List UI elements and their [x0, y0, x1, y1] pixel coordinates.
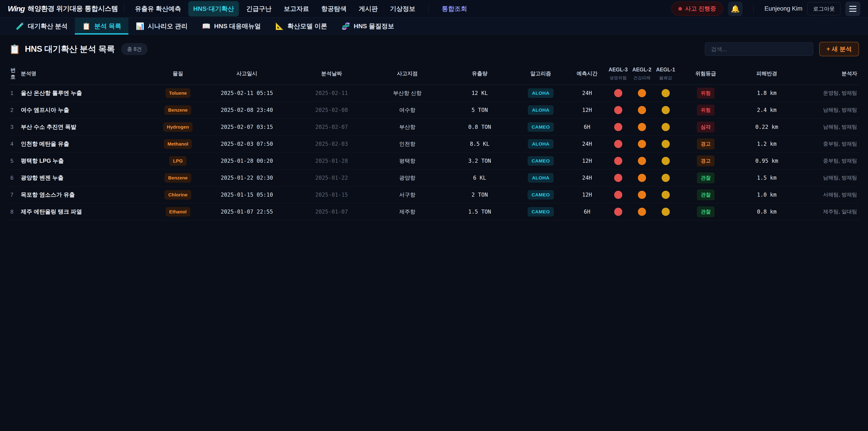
table-header-row: 번호분석명물질사고일시분석날짜사고지점유출량알고리즘예측시간AEGL-3생명위협… [9, 64, 859, 85]
column-header-label-analysis_date: 분석날짜 [321, 70, 342, 76]
risk-grade-badge: 관찰 [697, 173, 715, 183]
algorithm-badge: CAMEO [528, 156, 554, 166]
column-header-label-amount: 유출량 [472, 70, 488, 76]
aegl2-dot [638, 157, 646, 165]
cell-aegl3 [606, 106, 630, 114]
column-header-label-radius: 피해반경 [756, 70, 777, 76]
cell-analyst: 중부팀, 방재팀 [800, 157, 859, 164]
cell-substance: Chlorine [156, 190, 199, 199]
cell-incident-location: 평택항 [369, 157, 446, 164]
cell-aegl2 [630, 106, 654, 114]
cell-analysis-name: 목포항 염소스가 유출 [21, 191, 156, 198]
new-analysis-button[interactable]: + 새 분석 [819, 42, 859, 56]
tab-analysis-list[interactable]: 📋분석 목록 [75, 18, 128, 35]
app-title: 해양환경 위기대응 통합시스템 [28, 4, 118, 13]
column-header-aegl2: AEGL-2건강피해 [630, 66, 654, 81]
column-header-amount: 유출량 [446, 70, 514, 77]
substance-badge: Ethanol [166, 207, 190, 217]
column-header-label-name: 분석명 [21, 70, 36, 76]
tab-scenario-management[interactable]: 📊시나리오 관리 [128, 18, 195, 35]
column-header-location: 사고지점 [369, 70, 446, 77]
cell-damage-radius: 0.22 km [734, 124, 800, 130]
search-input[interactable] [705, 42, 813, 56]
aegl3-dot [614, 140, 622, 148]
table-row[interactable]: 3부산 수소 추진연 폭발Hydrogen2025-02-07 03:15202… [9, 119, 859, 135]
nav-item-weather-info[interactable]: 기상정보 [385, 1, 420, 17]
cell-substance: Benzene [156, 105, 199, 115]
cell-incident-datetime: 2025-02-03 07:50 [199, 141, 294, 147]
tab-hns-response-manual[interactable]: 📖HNS 대응매뉴얼 [195, 18, 268, 35]
algorithm-badge: ALOHA [528, 173, 553, 183]
cell-analysis-name: 제주 에탄올링 탱크 파열 [21, 208, 156, 215]
column-header-label-datetime: 사고일시 [237, 70, 257, 76]
cell-algorithm: ALOHA [514, 173, 568, 183]
tab-hns-substance-info[interactable]: 🧬HNS 물질정보 [334, 18, 401, 35]
nav-item-oil-spill-forecast[interactable]: 유출유 확산예측 [130, 1, 186, 17]
nav-item-integrated-search[interactable]: 통합조회 [437, 1, 472, 17]
cell-damage-radius: 1.5 km [734, 175, 800, 181]
cell-incident-location: 부산항 [369, 123, 446, 131]
cell-analysis-name: 광양항 벤젠 누출 [21, 174, 156, 182]
tab-label-analysis-list: 분석 목록 [94, 22, 121, 31]
cell-forecast-time: 12H [568, 107, 606, 113]
aegl1-dot [662, 106, 670, 114]
aegl1-dot [662, 174, 670, 182]
cell-algorithm: ALOHA [514, 139, 568, 149]
algorithm-badge: ALOHA [528, 139, 553, 149]
cell-aegl3 [606, 208, 630, 216]
cell-forecast-time: 12H [568, 192, 606, 198]
nav-item-hns-atmospheric-diffusion[interactable]: HNS·대기확산 [188, 1, 239, 17]
nav-item-emergency-rescue[interactable]: 긴급구난 [241, 1, 276, 17]
nav-item-aerial-search[interactable]: 항공탐색 [316, 1, 351, 17]
substance-badge: Benzene [164, 173, 191, 183]
logout-button[interactable]: 로그아웃 [807, 2, 840, 16]
cell-incident-datetime: 2025-01-07 22:55 [199, 209, 294, 215]
table-body: 1울산 온산항 톨루엔 누출Toluene2025-02-11 05:15202… [9, 85, 859, 220]
column-header-label-aegl1: AEGL-1 [656, 67, 675, 72]
aegl2-dot [638, 208, 646, 216]
aegl2-dot [638, 106, 646, 114]
hamburger-menu-button[interactable] [845, 2, 860, 16]
risk-grade-badge: 경고 [697, 138, 715, 149]
table-row[interactable]: 6광양항 벤젠 누출Benzene2025-01-22 02:302025-01… [9, 170, 859, 186]
column-header-label-grade: 위험등급 [695, 70, 716, 76]
test-tube-icon: 🧪 [16, 22, 24, 30]
table-row[interactable]: 1울산 온산항 톨루엔 누출Toluene2025-02-11 05:15202… [9, 85, 859, 102]
table-row[interactable]: 8제주 에탄올링 탱크 파열Ethanol2025-01-07 22:55202… [9, 204, 859, 220]
sub-tabbar: 🧪대기확산 분석📋분석 목록📊시나리오 관리📖HNS 대응매뉴얼📐확산모델 이론… [0, 18, 868, 35]
cell-analysis-date: 2025-02-11 [294, 90, 369, 96]
nav-item-board[interactable]: 게시판 [354, 1, 383, 17]
table-row[interactable]: 2여수 엠프시아 누출Benzene2025-02-08 23:402025-0… [9, 102, 859, 119]
cell-analyst: 남해팀, 방재팀 [800, 123, 859, 130]
algorithm-badge: CAMEO [528, 122, 554, 132]
title-row: 📋 HNS 대기확산 분석 목록 총 8건 + 새 분석 [9, 41, 859, 57]
nav-item-reports[interactable]: 보고자료 [279, 1, 314, 17]
cell-spill-amount: 8.5 KL [446, 141, 514, 147]
cell-spill-amount: 12 KL [446, 90, 514, 96]
table-row[interactable]: 4인천항 메탄올 유출Methanol2025-02-03 07:502025-… [9, 135, 859, 153]
cell-no: 1 [9, 90, 21, 96]
incident-status-label: 사고 진행중 [685, 5, 716, 13]
cell-algorithm: CAMEO [514, 122, 568, 132]
aegl2-dot [638, 123, 646, 131]
substance-badge: Hydrogen [163, 122, 193, 132]
substance-badge: Benzene [164, 105, 191, 115]
cell-no: 6 [9, 175, 21, 181]
notifications-button[interactable]: 🔔 [728, 2, 743, 16]
column-header-sub-aegl2: 건강피해 [630, 75, 654, 81]
tab-diffusion-model-theory[interactable]: 📐확산모델 이론 [268, 18, 334, 35]
cell-risk-grade: 관찰 [677, 173, 734, 183]
cell-damage-radius: 2.4 km [734, 107, 800, 113]
table-row[interactable]: 7목포항 염소스가 유출Chlorine2025-01-15 05:102025… [9, 186, 859, 204]
cell-forecast-time: 24H [568, 90, 606, 96]
logo-mark: Wing [8, 4, 25, 13]
cell-forecast-time: 24H [568, 141, 606, 147]
table-row[interactable]: 5평택항 LPG 누출LPG2025-01-28 00:202025-01-28… [9, 153, 859, 170]
algorithm-badge: CAMEO [528, 190, 554, 199]
tab-diffusion-analysis[interactable]: 🧪대기확산 분석 [8, 18, 75, 35]
cell-incident-location: 서구항 [369, 191, 446, 198]
cell-no: 7 [9, 192, 21, 198]
column-header-label-location: 사고지점 [397, 70, 418, 76]
cell-aegl3 [606, 174, 630, 182]
column-header-substance: 물질 [156, 70, 199, 77]
